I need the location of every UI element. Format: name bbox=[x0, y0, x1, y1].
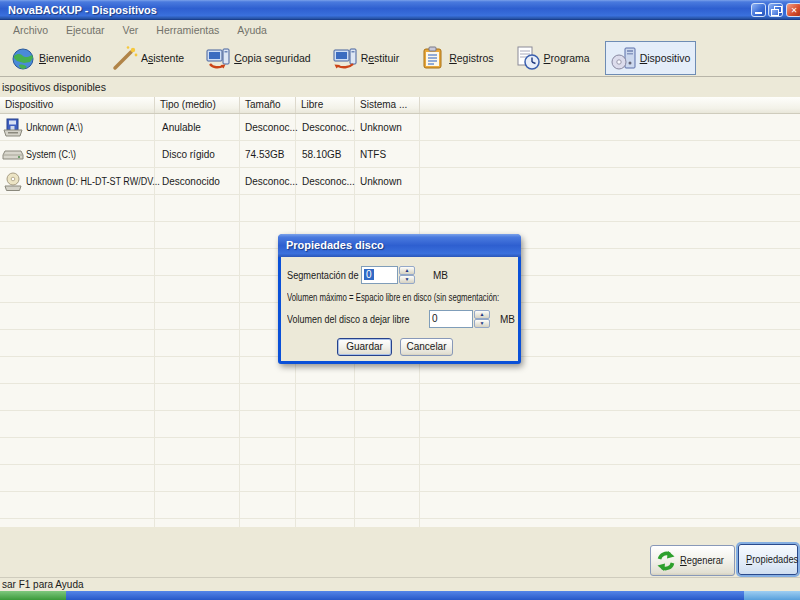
menu-ejecutar[interactable]: Ejecutar bbox=[57, 22, 114, 38]
toolbar-label: Asistente bbox=[141, 52, 184, 64]
device-tipo: Anulable bbox=[155, 122, 240, 133]
button-label: Propiedades bbox=[746, 554, 798, 565]
column-header-empty bbox=[420, 97, 800, 113]
table-row[interactable]: Unknown (A:\) Anulable Desconoc... Desco… bbox=[0, 114, 800, 141]
backup-computer-icon bbox=[205, 45, 231, 71]
restore-button[interactable] bbox=[768, 3, 783, 17]
device-sistema: NTFS bbox=[355, 149, 420, 160]
menu-ayuda[interactable]: Ayuda bbox=[228, 22, 276, 38]
device-libre: 58.10GB bbox=[296, 149, 355, 160]
segmentacion-input[interactable]: 0 bbox=[361, 266, 398, 284]
toolbar-label: Dispositivo bbox=[640, 52, 691, 64]
device-name: Unknown (A:\) bbox=[26, 122, 142, 133]
toolbar-label: Programa bbox=[544, 52, 590, 64]
application-window: NovaBACKUP - Dispositivos Archivo Ejecut… bbox=[0, 0, 800, 600]
column-header-dispositivo[interactable]: Dispositivo bbox=[0, 97, 155, 113]
toolbar-asistente-button[interactable]: Asistente bbox=[106, 41, 190, 75]
menu-ver[interactable]: Ver bbox=[114, 22, 148, 38]
cancelar-button[interactable]: Cancelar bbox=[400, 338, 453, 356]
column-header-tipo[interactable]: Tipo (medio) bbox=[155, 97, 240, 113]
window-titlebar[interactable]: NovaBACKUP - Dispositivos bbox=[0, 0, 800, 20]
spin-up-icon[interactable]: ▲ bbox=[474, 310, 490, 319]
refresh-icon bbox=[655, 550, 677, 572]
cd-drive-icon bbox=[0, 172, 26, 192]
device-tamano: 74.53GB bbox=[240, 149, 296, 160]
regenerar-button[interactable]: Regenerar bbox=[650, 545, 735, 576]
system-tray-edge bbox=[744, 591, 800, 600]
volumen-libre-value: 0 bbox=[432, 313, 438, 324]
segmentacion-stepper: ▲ ▼ bbox=[399, 266, 415, 284]
globe-icon bbox=[10, 45, 36, 71]
device-tamano: Desconoc... bbox=[240, 176, 296, 187]
device-name: System (C:\) bbox=[26, 149, 142, 160]
device-tamano: Desconoc... bbox=[240, 122, 296, 133]
toolbar-registros-button[interactable]: Registros bbox=[414, 41, 499, 75]
minimize-button[interactable] bbox=[751, 3, 766, 17]
segmentacion-value: 0 bbox=[364, 269, 374, 280]
spin-down-icon[interactable]: ▼ bbox=[474, 319, 490, 328]
start-button-edge[interactable] bbox=[0, 591, 66, 600]
dialog-titlebar[interactable]: Propiedades disco bbox=[278, 234, 521, 257]
device-icon bbox=[611, 45, 637, 71]
window-title: NovaBACKUP - Dispositivos bbox=[8, 0, 157, 20]
toolbar-label: Copia seguridad bbox=[234, 52, 310, 64]
toolbar-label: Restituir bbox=[361, 52, 400, 64]
magic-wand-icon bbox=[112, 45, 138, 71]
device-table-header: Dispositivo Tipo (medio) Tamaño Libre Si… bbox=[0, 97, 800, 114]
close-button[interactable] bbox=[786, 3, 800, 17]
column-header-libre[interactable]: Libre bbox=[296, 97, 355, 113]
toolbar-programa-button[interactable]: Programa bbox=[509, 41, 596, 75]
spin-up-icon[interactable]: ▲ bbox=[399, 266, 415, 275]
menu-archivo[interactable]: Archivo bbox=[4, 22, 57, 38]
status-text: sar F1 para Ayuda bbox=[2, 579, 84, 590]
status-bar: sar F1 para Ayuda bbox=[0, 577, 800, 591]
button-label: Regenerar bbox=[680, 555, 724, 566]
menu-bar: Archivo Ejecutar Ver Herramientas Ayuda bbox=[0, 20, 800, 40]
table-row[interactable]: Unknown (D: HL-DT-ST RW/DV... Desconocid… bbox=[0, 168, 800, 195]
volumen-libre-unit: MB bbox=[500, 314, 515, 325]
toolbar-label: Registros bbox=[449, 52, 493, 64]
toolbar-bienvenido-button[interactable]: Bienvenido bbox=[4, 41, 97, 75]
volumen-libre-input[interactable]: 0 bbox=[429, 310, 473, 328]
toolbar-restituir-button[interactable]: Restituir bbox=[326, 41, 406, 75]
device-libre: Desconoc... bbox=[296, 176, 355, 187]
device-name: Unknown (D: HL-DT-ST RW/DV... bbox=[26, 176, 142, 187]
section-label: ispositivos disponibles bbox=[0, 77, 800, 97]
main-toolbar: Bienvenido Asistente Copia seguridad bbox=[0, 40, 800, 77]
hard-disk-icon bbox=[0, 145, 26, 165]
floppy-disk-icon bbox=[0, 118, 26, 138]
schedule-icon bbox=[515, 45, 541, 71]
column-header-sistema[interactable]: Sistema ... bbox=[355, 97, 420, 113]
toolbar-dispositivo-button[interactable]: Dispositivo bbox=[605, 41, 697, 75]
taskbar-strip bbox=[0, 591, 800, 600]
menu-herramientas[interactable]: Herramientas bbox=[147, 22, 228, 38]
guardar-button[interactable]: Guardar bbox=[337, 338, 392, 356]
dialog-body: Segmentación de 0 ▲ ▼ MB Volumen máximo … bbox=[281, 257, 518, 361]
segmentacion-unit: MB bbox=[433, 270, 448, 281]
device-sistema: Unknown bbox=[355, 176, 420, 187]
toolbar-copia-seguridad-button[interactable]: Copia seguridad bbox=[199, 41, 316, 75]
volumen-libre-stepper: ▲ ▼ bbox=[474, 310, 490, 328]
device-libre: Desconoc... bbox=[296, 122, 355, 133]
propiedades-disco-dialog: Propiedades disco Segmentación de 0 ▲ ▼ … bbox=[278, 234, 521, 364]
column-header-tamano[interactable]: Tamaño bbox=[240, 97, 296, 113]
device-tipo: Desconocido bbox=[155, 176, 240, 187]
table-row[interactable]: System (C:\) Disco rígido 74.53GB 58.10G… bbox=[0, 141, 800, 168]
taskbar-edge bbox=[66, 591, 744, 600]
propiedades-button[interactable]: Propiedades bbox=[738, 544, 798, 575]
logs-clipboard-icon bbox=[420, 45, 446, 71]
device-sistema: Unknown bbox=[355, 122, 420, 133]
toolbar-label: Bienvenido bbox=[39, 52, 91, 64]
spin-down-icon[interactable]: ▼ bbox=[399, 275, 415, 284]
device-tipo: Disco rígido bbox=[155, 149, 240, 160]
volumen-libre-label: Volumen del disco a dejar libre bbox=[287, 314, 410, 325]
volumen-maximo-caption: Volumen máximo = Espacio libre en disco … bbox=[287, 292, 499, 303]
restore-computer-icon bbox=[332, 45, 358, 71]
segmentacion-label: Segmentación de bbox=[287, 270, 359, 281]
